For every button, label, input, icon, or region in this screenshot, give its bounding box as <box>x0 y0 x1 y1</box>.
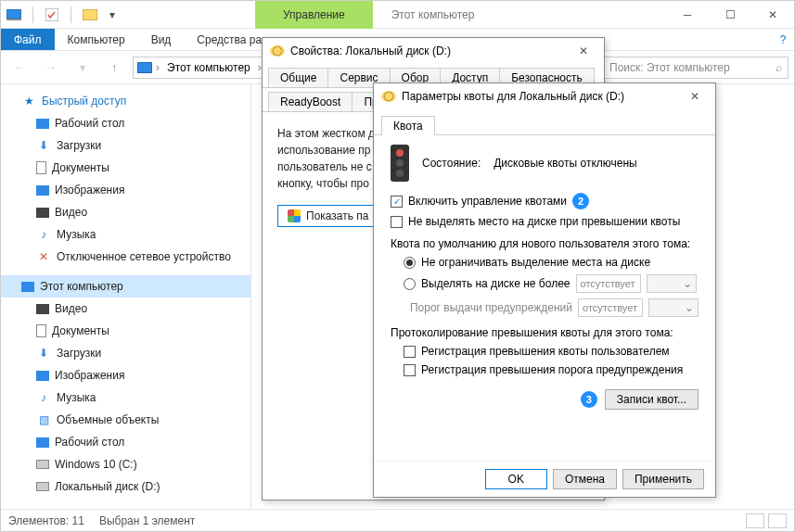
status-element-count: Элементов: 11 <box>8 514 84 527</box>
pc-icon <box>6 7 21 22</box>
sidebar-item[interactable]: ▧Объемные объекты <box>1 409 250 431</box>
quick-access-toolbar: ▾ <box>1 6 125 23</box>
chevron-right-icon[interactable]: › <box>156 61 160 74</box>
breadcrumb[interactable]: Этот компьютер <box>163 61 254 74</box>
dialog-title: Свойства: Локальный диск (D:) <box>290 44 451 57</box>
shield-icon <box>288 209 301 222</box>
show-quota-button[interactable]: Показать па <box>277 205 379 227</box>
drive-icon <box>270 45 285 57</box>
details-view-icon[interactable] <box>746 513 764 528</box>
document-icon <box>36 161 46 174</box>
deny-space-label: Не выделять место на диске при превышени… <box>408 215 680 228</box>
limit-label: Выделять на диске не более <box>421 277 571 290</box>
sidebar-item[interactable]: Видео <box>1 298 250 320</box>
cube-icon: ▧ <box>36 412 51 427</box>
logging-section: Протоколирование превышения квоты для эт… <box>391 326 699 339</box>
desktop-icon <box>36 437 49 448</box>
tab-quota[interactable]: Квота <box>381 116 435 135</box>
recent-dropdown[interactable]: ▾ <box>70 55 96 81</box>
deny-space-checkbox[interactable] <box>391 216 403 228</box>
dialog-titlebar[interactable]: Параметры квоты для Локальный диск (D:) … <box>374 83 715 109</box>
sidebar-item[interactable]: ✕Отключенное сетевое устройство <box>1 246 250 268</box>
sidebar-quick-access[interactable]: ★ Быстрый доступ <box>1 90 250 112</box>
tab-readyboost[interactable]: ReadyBoost <box>268 92 353 111</box>
maximize-button[interactable]: ☐ <box>709 1 751 29</box>
no-limit-radio[interactable] <box>404 257 416 269</box>
document-icon <box>36 324 46 337</box>
sidebar-item[interactable]: Рабочий стол <box>1 431 250 453</box>
search-icon[interactable]: ⌕ <box>776 61 782 74</box>
forward-button[interactable]: → <box>38 55 64 81</box>
help-icon[interactable]: ? <box>772 29 794 50</box>
ok-button[interactable]: OK <box>485 469 547 489</box>
menu-computer[interactable]: Компьютер <box>55 29 138 50</box>
tab-strip: Квота <box>374 109 715 135</box>
sidebar-item[interactable]: Видео <box>1 201 250 223</box>
sidebar-item[interactable]: Документы <box>1 320 250 342</box>
sidebar-item[interactable]: Документы <box>1 157 250 179</box>
close-button[interactable]: ✕ <box>751 1 794 29</box>
warning-value-input[interactable]: отсутствует <box>578 298 643 317</box>
warning-unit-combo[interactable]: ⌄ <box>648 298 699 317</box>
minimize-button[interactable]: ─ <box>666 1 709 29</box>
sidebar-item[interactable]: ♪Музыка <box>1 386 250 409</box>
dropdown-icon[interactable]: ▾ <box>105 7 120 22</box>
sidebar-item[interactable]: ⬇Загрузки <box>1 342 250 364</box>
pictures-icon <box>36 371 49 381</box>
new-folder-icon[interactable] <box>83 7 97 22</box>
sidebar-item[interactable]: Изображения <box>1 364 250 386</box>
search-placeholder: Поиск: Этот компьютер <box>609 61 730 74</box>
enable-quota-label: Включить управление квотами <box>408 195 567 208</box>
sidebar-item[interactable]: Изображения <box>1 179 250 201</box>
no-limit-label: Не ограничивать выделение места на диске <box>421 256 650 269</box>
drive-icon <box>36 482 49 491</box>
menu-view[interactable]: Вид <box>138 29 185 50</box>
dialog-body: Состояние: Дисковые квоты отключены ✓ Вк… <box>374 135 715 417</box>
dialog-buttons: OK Отмена Применить <box>374 461 715 497</box>
tab-general[interactable]: Общие <box>268 68 328 87</box>
apply-button[interactable]: Применить <box>622 469 704 489</box>
sidebar-item[interactable]: Локальный диск (D:) <box>1 475 250 498</box>
pictures-icon <box>36 185 49 196</box>
log-warning-checkbox[interactable] <box>404 364 416 376</box>
log-quota-checkbox[interactable] <box>404 346 416 358</box>
download-icon: ⬇ <box>36 138 51 153</box>
limit-radio[interactable] <box>404 278 416 290</box>
menu-file[interactable]: Файл <box>1 29 55 50</box>
drive-icon <box>381 91 396 102</box>
limit-value-input[interactable]: отсутствует <box>576 274 641 293</box>
up-button[interactable]: ↑ <box>101 55 127 81</box>
properties-icon[interactable] <box>45 7 59 22</box>
status-value: Дисковые квоты отключены <box>494 157 636 170</box>
sidebar-item[interactable]: Windows 10 (C:) <box>1 453 250 475</box>
svg-rect-1 <box>6 19 21 20</box>
desktop-icon <box>36 119 49 129</box>
navigation-pane: ★ Быстрый доступ Рабочий стол ⬇Загрузки … <box>1 84 251 509</box>
limit-unit-combo[interactable]: ⌄ <box>647 274 697 293</box>
ribbon-context-tab[interactable]: Управление <box>255 1 373 29</box>
large-icons-view-icon[interactable] <box>768 513 787 528</box>
close-icon[interactable]: ✕ <box>571 44 596 57</box>
svg-rect-0 <box>6 9 21 19</box>
music-icon: ♪ <box>36 390 51 405</box>
sidebar-this-pc[interactable]: Этот компьютер <box>1 275 250 298</box>
sidebar-item[interactable]: Рабочий стол <box>1 112 250 134</box>
window-controls: ─ ☐ ✕ <box>666 1 794 29</box>
cancel-button[interactable]: Отмена <box>553 469 617 489</box>
dialog-titlebar[interactable]: Свойства: Локальный диск (D:) ✕ <box>263 38 604 64</box>
pc-icon <box>137 62 152 73</box>
traffic-light-icon <box>391 145 409 182</box>
back-button[interactable]: ← <box>6 55 32 81</box>
music-icon: ♪ <box>36 227 51 242</box>
log-warning-label: Регистрация превышения порога предупрежд… <box>421 363 683 376</box>
download-icon: ⬇ <box>36 346 51 361</box>
video-icon <box>36 304 49 314</box>
drive-icon <box>36 460 49 469</box>
svg-rect-3 <box>83 9 97 20</box>
close-icon[interactable]: ✕ <box>682 90 708 103</box>
search-input[interactable]: Поиск: Этот компьютер ⌕ <box>603 57 789 79</box>
quota-entries-button[interactable]: Записи квот... <box>605 389 699 410</box>
enable-quota-checkbox[interactable]: ✓ <box>391 196 403 208</box>
sidebar-item[interactable]: ♪Музыка <box>1 223 250 246</box>
sidebar-item[interactable]: ⬇Загрузки <box>1 134 250 157</box>
